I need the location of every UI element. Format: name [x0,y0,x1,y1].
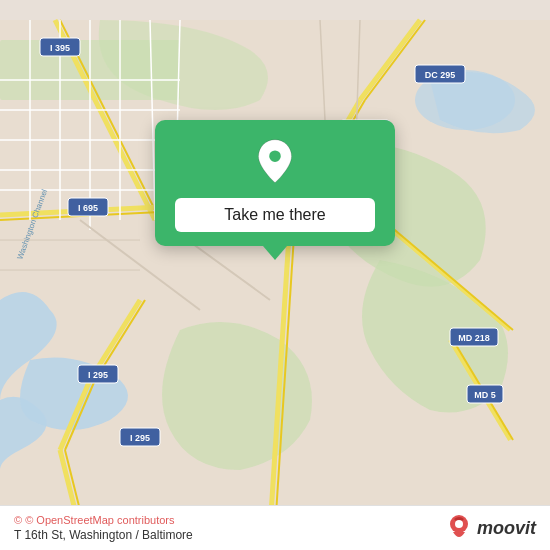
popup-card: Take me there [155,120,395,246]
take-me-there-button[interactable]: Take me there [175,198,375,232]
map-container: I 395 DC 295 DC 295 I 695 295 MD 218 MD … [0,0,550,550]
svg-text:MD 218: MD 218 [458,333,490,343]
moovit-icon [445,514,473,542]
map-svg: I 395 DC 295 DC 295 I 695 295 MD 218 MD … [0,0,550,550]
bottom-bar: © © OpenStreetMap contributors T 16th St… [0,505,550,550]
location-label: T 16th St, Washington / Baltimore [14,528,193,542]
moovit-logo-text: moovit [477,518,536,539]
attribution-label: © OpenStreetMap contributors [25,514,174,526]
svg-text:I 295: I 295 [130,433,150,443]
svg-text:I 695: I 695 [78,203,98,213]
bottom-left: © © OpenStreetMap contributors T 16th St… [14,514,193,542]
attribution-text: © © OpenStreetMap contributors [14,514,193,526]
svg-text:MD 5: MD 5 [474,390,496,400]
svg-text:DC 295: DC 295 [425,70,456,80]
svg-text:I 395: I 395 [50,43,70,53]
moovit-logo: moovit [445,514,536,542]
svg-point-59 [268,150,281,163]
copyright-symbol: © [14,514,22,526]
location-pin-icon [251,138,299,186]
svg-point-61 [455,520,463,528]
svg-text:I 295: I 295 [88,370,108,380]
